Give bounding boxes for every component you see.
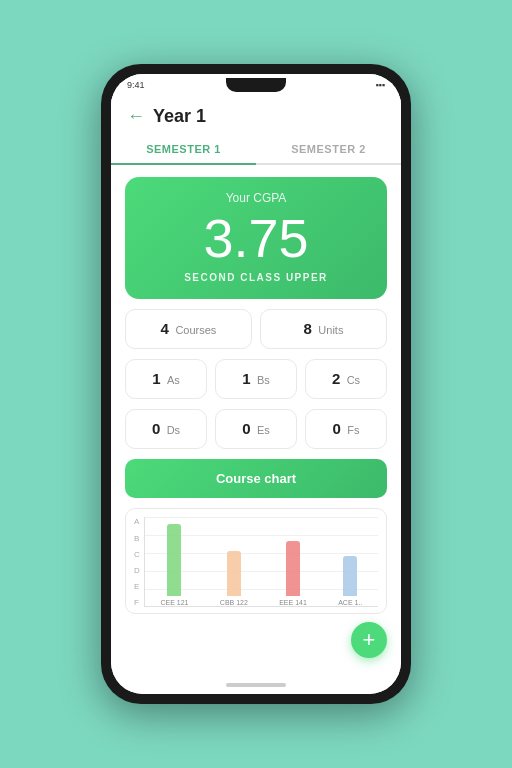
courses-number: 4 xyxy=(161,320,169,337)
fab-add-button[interactable]: + xyxy=(351,622,387,658)
tab-semester1[interactable]: SEMESTER 1 xyxy=(111,135,256,165)
course-chart-button[interactable]: Course chart xyxy=(125,459,387,498)
chart-bars: CEE 121 CBB 122 EEE 141 xyxy=(144,517,378,607)
y-label-c: C xyxy=(134,550,140,559)
stat-es: 0 Es xyxy=(215,409,297,449)
es-number: 0 xyxy=(242,420,250,437)
phone-frame: 9:41 ▪▪▪ ← Year 1 SEMESTER 1 SEMESTER 2 xyxy=(101,64,411,704)
cgpa-card: Your CGPA 3.75 SECOND CLASS UPPER xyxy=(125,177,387,299)
y-label-d: D xyxy=(134,566,140,575)
cs-number: 2 xyxy=(332,370,340,387)
bs-label: Bs xyxy=(257,374,270,386)
cs-label: Cs xyxy=(347,374,360,386)
stats-top-row: 4 Courses 8 Units xyxy=(125,309,387,349)
fs-label: Fs xyxy=(347,424,359,436)
as-number: 1 xyxy=(152,370,160,387)
back-button[interactable]: ← xyxy=(127,106,145,127)
stat-courses: 4 Courses xyxy=(125,309,252,349)
bar-eee141-label: EEE 141 xyxy=(279,599,307,606)
y-label-b: B xyxy=(134,534,140,543)
home-bar xyxy=(226,683,286,687)
stat-cs: 2 Cs xyxy=(305,359,387,399)
ds-label: Ds xyxy=(167,424,180,436)
bar-chart: A B C D E F CEE 121 xyxy=(125,508,387,614)
bar-eee141: EEE 141 xyxy=(279,541,307,606)
y-label-f: F xyxy=(134,598,140,607)
semester-tabs: SEMESTER 1 SEMESTER 2 xyxy=(111,135,401,165)
cgpa-value: 3.75 xyxy=(135,209,377,268)
y-label-a: A xyxy=(134,517,140,526)
page-title: Year 1 xyxy=(153,106,206,127)
ds-number: 0 xyxy=(152,420,160,437)
bar-cee121: CEE 121 xyxy=(160,524,188,606)
cgpa-label: Your CGPA xyxy=(135,191,377,205)
stat-units: 8 Units xyxy=(260,309,387,349)
bar-ace1-label: ACE 1.. xyxy=(338,599,362,606)
bar-cbb122-rect xyxy=(227,551,241,596)
stat-bs: 1 Bs xyxy=(215,359,297,399)
stats-grade-row1: 1 As 1 Bs 2 Cs xyxy=(125,359,387,399)
y-label-e: E xyxy=(134,582,140,591)
app-content: ← Year 1 SEMESTER 1 SEMESTER 2 Your CGPA… xyxy=(111,96,401,676)
bar-cbb122-label: CBB 122 xyxy=(220,599,248,606)
app-header: ← Year 1 xyxy=(111,96,401,127)
scroll-body[interactable]: Your CGPA 3.75 SECOND CLASS UPPER 4 Cour… xyxy=(111,165,401,676)
fs-number: 0 xyxy=(332,420,340,437)
stat-as: 1 As xyxy=(125,359,207,399)
es-label: Es xyxy=(257,424,270,436)
bar-cee121-label: CEE 121 xyxy=(160,599,188,606)
chart-y-labels: A B C D E F xyxy=(134,517,140,607)
bar-ace1-rect xyxy=(343,556,357,596)
bs-number: 1 xyxy=(242,370,250,387)
units-label: Units xyxy=(318,324,343,336)
camera-notch xyxy=(226,78,286,92)
status-time: 9:41 xyxy=(127,80,145,90)
stat-fs: 0 Fs xyxy=(305,409,387,449)
chart-area: A B C D E F CEE 121 xyxy=(134,517,378,607)
units-number: 8 xyxy=(304,320,312,337)
cgpa-class: SECOND CLASS UPPER xyxy=(135,272,377,283)
bar-cee121-rect xyxy=(167,524,181,596)
bar-ace1: ACE 1.. xyxy=(338,556,362,606)
stats-grade-row2: 0 Ds 0 Es 0 Fs xyxy=(125,409,387,449)
bar-cbb122: CBB 122 xyxy=(220,551,248,606)
stat-ds: 0 Ds xyxy=(125,409,207,449)
courses-label: Courses xyxy=(175,324,216,336)
bar-eee141-rect xyxy=(286,541,300,596)
phone-screen: 9:41 ▪▪▪ ← Year 1 SEMESTER 1 SEMESTER 2 xyxy=(111,74,401,694)
as-label: As xyxy=(167,374,180,386)
battery-icon: ▪▪▪ xyxy=(375,80,385,90)
tab-semester2[interactable]: SEMESTER 2 xyxy=(256,135,401,163)
home-indicator xyxy=(111,676,401,694)
